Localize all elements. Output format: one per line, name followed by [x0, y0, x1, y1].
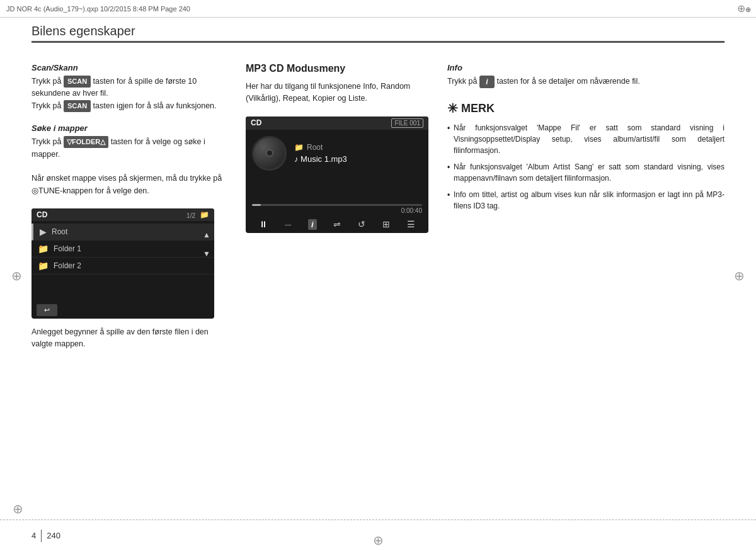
merk-item-3-text: Info om tittel, artist og album vises ku…: [454, 190, 724, 210]
repeat-ctrl-button[interactable]: ↺: [358, 219, 365, 229]
folder-button[interactable]: ▽FOLDER△: [64, 136, 108, 148]
scan-section-body: Trykk på SCAN tasten for å spille de før…: [32, 76, 227, 112]
folder-root-item[interactable]: ▶ Root: [32, 224, 214, 241]
merk-list: Når funksjonsvalget 'Mappe Fil' er satt …: [447, 122, 724, 212]
merk-item-2-text: Når funksjonsvalget 'Album Artist Sang' …: [454, 162, 724, 183]
folder-list: ▶ Root 📁 Folder 1 📁 Folder 2: [32, 221, 214, 277]
scan-section-title: Scan/Skann: [32, 63, 227, 72]
cd-screen-label: CD: [251, 118, 261, 127]
merk-item-1-text: Når funksjonsvalget 'Mappe Fil' er satt …: [454, 123, 724, 155]
scan-para2-after: tasten igjen for å slå av funksjonen.: [93, 101, 217, 110]
right-column: Info Trykk på i tasten for å se detaljer…: [447, 63, 724, 513]
scan-button-2[interactable]: SCAN: [64, 100, 91, 112]
time-display: 0:00:40: [252, 207, 422, 214]
folder-cd-label: CD: [37, 210, 47, 219]
reg-mark-right: ⊕: [734, 268, 745, 283]
merk-item-3: Info om tittel, artist og album vises ku…: [447, 189, 724, 212]
random-ctrl-button[interactable]: ⇌: [333, 219, 341, 229]
footer-divider: [41, 530, 42, 542]
cd-screen-header: CD FILE 001: [246, 116, 428, 130]
scan-button-1[interactable]: SCAN: [64, 76, 91, 88]
cd-disc: [252, 136, 287, 171]
top-bar-text: JD NOR 4c (Audio_179~).qxp 10/2/2015 8:4…: [6, 5, 737, 13]
footer-page-num1: 4: [32, 531, 36, 540]
middle-column: MP3 CD Modusmeny Her har du tilgang til …: [246, 63, 428, 513]
folder-footer-text: Anlegget begynner å spille av den første…: [32, 326, 227, 351]
cd-track-name: ♪ Music 1.mp3: [294, 154, 347, 164]
file-indicator: FILE 001: [391, 118, 423, 128]
content-area: Scan/Skann Trykk på SCAN tasten for å sp…: [32, 63, 724, 513]
play-pause-button[interactable]: ⏸: [259, 219, 268, 229]
time-progress-fill: [252, 204, 261, 206]
folder-browser-screen: CD 📁 ▶ Root 📁 Folder 1 📁 Folder 2 1/2 ▲: [32, 208, 214, 319]
footer: 4 240: [0, 520, 756, 551]
cd-disc-center: [266, 149, 273, 157]
mp3-para: Her har du tilgang til funksjonene Info,…: [246, 82, 410, 103]
info-ctrl-button[interactable]: i: [308, 219, 317, 230]
reg-mark-left: ⊕: [11, 268, 22, 283]
folder-2-label: Folder 2: [54, 261, 81, 270]
cd-controls: ⏸ — i ⇌ ↺ ⊞ ☰: [246, 219, 428, 230]
folder-section-body: Trykk på ▽FOLDER△ tasten for å velge og …: [32, 136, 227, 197]
folder-1-label: Folder 1: [54, 244, 81, 253]
folder-root-label: Root: [52, 227, 67, 236]
merk-item-2: Når funksjonsvalget 'Album Artist Sang' …: [447, 161, 724, 184]
footer-page-num2: 240: [47, 531, 60, 540]
info-para-after: tasten for å se detaljer om nåværende fi…: [496, 77, 639, 86]
list-ctrl-button[interactable]: ☰: [407, 219, 415, 229]
scan-para2-before: Trykk på: [32, 101, 64, 110]
reg-mark-bottom-left: ⊕: [13, 501, 23, 516]
mp3-section-body: Her har du tilgang til funksjonene Info,…: [246, 81, 428, 105]
folder-para2: Når ønsket mappe vises på skjermen, må d…: [32, 174, 222, 195]
copy-ctrl-button[interactable]: ⊞: [382, 219, 390, 229]
folder-icon-header: 📁: [200, 210, 209, 219]
cd-time-bar: 0:00:40: [246, 204, 428, 214]
merk-star: ✳: [447, 101, 458, 116]
time-progress-bar: [252, 204, 422, 206]
reg-mark-top: ⊕: [737, 3, 750, 15]
cd-folder-label: Root: [307, 143, 323, 152]
mp3-section-title: MP3 CD Modusmeny: [246, 63, 428, 74]
info-button[interactable]: i: [479, 76, 495, 88]
folder-2-icon: 📁: [38, 261, 49, 271]
title-underline: [32, 41, 724, 43]
folder-1-item[interactable]: 📁 Folder 1: [32, 241, 214, 258]
cd-folder-icon: 📁: [294, 143, 304, 152]
folder-page-indicator: 1/2: [186, 212, 195, 219]
info-section-title: Info: [447, 63, 724, 72]
ctrl-spacer: —: [285, 221, 291, 228]
scan-para1-before: Trykk på: [32, 77, 64, 86]
merk-label: MERK: [461, 102, 495, 115]
folder-nav-down-button[interactable]: ▼: [203, 249, 210, 258]
info-section-body: Trykk på i tasten for å se detaljer om n…: [447, 76, 724, 88]
merk-title: ✳ MERK: [447, 101, 724, 116]
merk-item-1: Når funksjonsvalget 'Mappe Fil' er satt …: [447, 122, 724, 156]
back-icon: ↩: [44, 306, 50, 314]
page-title: Bilens egenskaper: [32, 24, 724, 38]
folder-2-item[interactable]: 📁 Folder 2: [32, 258, 214, 275]
folder-section-title: Søke i mapper: [32, 123, 227, 133]
left-column: Scan/Skann Trykk på SCAN tasten for å sp…: [32, 63, 227, 513]
info-para-before: Trykk på: [447, 77, 479, 86]
page-title-section: Bilens egenskaper: [32, 24, 724, 43]
top-bar: JD NOR 4c (Audio_179~).qxp 10/2/2015 8:4…: [0, 0, 756, 18]
cd-player-screen: CD FILE 001 📁 Root ♪ Music 1.mp3: [246, 116, 428, 233]
cd-folder-row: 📁 Root: [294, 143, 347, 152]
cd-track-info: 📁 Root ♪ Music 1.mp3: [294, 143, 347, 164]
folder-1-icon: 📁: [38, 244, 49, 254]
cd-screen-body: 📁 Root ♪ Music 1.mp3: [246, 130, 428, 177]
folder-back-button[interactable]: ↩: [37, 304, 57, 316]
folder-nav-up-button[interactable]: ▲: [203, 230, 210, 239]
play-icon: ▶: [40, 227, 47, 237]
folder-para1-before: Trykk på: [32, 137, 64, 146]
